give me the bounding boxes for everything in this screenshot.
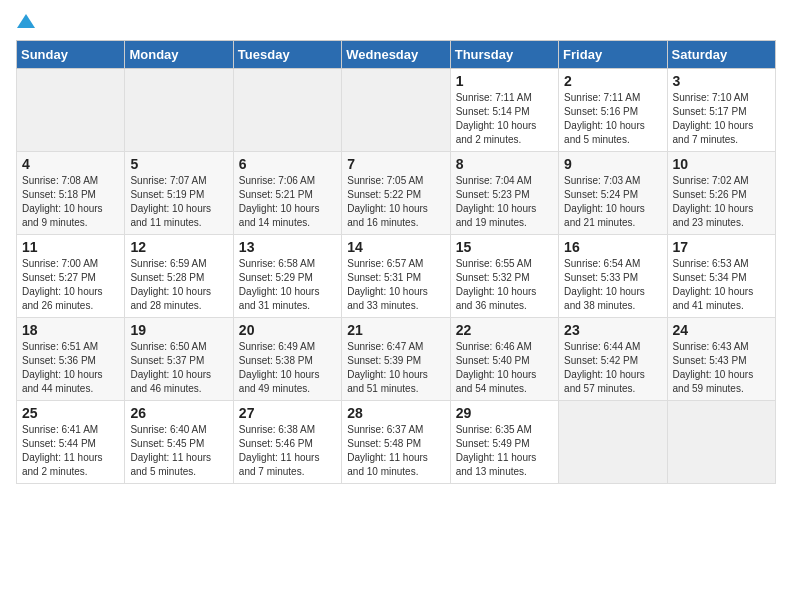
day-number: 29 xyxy=(456,405,553,421)
calendar-cell xyxy=(17,69,125,152)
day-info: Sunrise: 6:47 AM Sunset: 5:39 PM Dayligh… xyxy=(347,340,444,396)
calendar-header-row: SundayMondayTuesdayWednesdayThursdayFrid… xyxy=(17,41,776,69)
day-number: 5 xyxy=(130,156,227,172)
day-info: Sunrise: 6:37 AM Sunset: 5:48 PM Dayligh… xyxy=(347,423,444,479)
page-header xyxy=(16,16,776,30)
calendar-header-wednesday: Wednesday xyxy=(342,41,450,69)
day-info: Sunrise: 6:44 AM Sunset: 5:42 PM Dayligh… xyxy=(564,340,661,396)
day-number: 28 xyxy=(347,405,444,421)
day-number: 7 xyxy=(347,156,444,172)
day-number: 22 xyxy=(456,322,553,338)
day-info: Sunrise: 7:05 AM Sunset: 5:22 PM Dayligh… xyxy=(347,174,444,230)
calendar-cell: 29Sunrise: 6:35 AM Sunset: 5:49 PM Dayli… xyxy=(450,401,558,484)
day-info: Sunrise: 7:02 AM Sunset: 5:26 PM Dayligh… xyxy=(673,174,770,230)
day-number: 25 xyxy=(22,405,119,421)
calendar-cell: 5Sunrise: 7:07 AM Sunset: 5:19 PM Daylig… xyxy=(125,152,233,235)
day-number: 16 xyxy=(564,239,661,255)
day-info: Sunrise: 6:54 AM Sunset: 5:33 PM Dayligh… xyxy=(564,257,661,313)
calendar-week-row: 18Sunrise: 6:51 AM Sunset: 5:36 PM Dayli… xyxy=(17,318,776,401)
calendar-header-monday: Monday xyxy=(125,41,233,69)
calendar-header-thursday: Thursday xyxy=(450,41,558,69)
day-number: 10 xyxy=(673,156,770,172)
day-number: 13 xyxy=(239,239,336,255)
day-number: 26 xyxy=(130,405,227,421)
day-info: Sunrise: 7:11 AM Sunset: 5:16 PM Dayligh… xyxy=(564,91,661,147)
calendar-cell: 6Sunrise: 7:06 AM Sunset: 5:21 PM Daylig… xyxy=(233,152,341,235)
calendar-cell: 10Sunrise: 7:02 AM Sunset: 5:26 PM Dayli… xyxy=(667,152,775,235)
calendar-cell: 14Sunrise: 6:57 AM Sunset: 5:31 PM Dayli… xyxy=(342,235,450,318)
calendar-cell: 12Sunrise: 6:59 AM Sunset: 5:28 PM Dayli… xyxy=(125,235,233,318)
calendar-cell: 19Sunrise: 6:50 AM Sunset: 5:37 PM Dayli… xyxy=(125,318,233,401)
day-number: 23 xyxy=(564,322,661,338)
calendar-cell: 11Sunrise: 7:00 AM Sunset: 5:27 PM Dayli… xyxy=(17,235,125,318)
day-info: Sunrise: 7:08 AM Sunset: 5:18 PM Dayligh… xyxy=(22,174,119,230)
day-number: 24 xyxy=(673,322,770,338)
calendar-cell: 2Sunrise: 7:11 AM Sunset: 5:16 PM Daylig… xyxy=(559,69,667,152)
calendar-cell: 4Sunrise: 7:08 AM Sunset: 5:18 PM Daylig… xyxy=(17,152,125,235)
calendar-cell xyxy=(342,69,450,152)
day-number: 18 xyxy=(22,322,119,338)
day-info: Sunrise: 6:55 AM Sunset: 5:32 PM Dayligh… xyxy=(456,257,553,313)
calendar-header-tuesday: Tuesday xyxy=(233,41,341,69)
calendar-cell: 16Sunrise: 6:54 AM Sunset: 5:33 PM Dayli… xyxy=(559,235,667,318)
day-number: 27 xyxy=(239,405,336,421)
calendar-cell: 24Sunrise: 6:43 AM Sunset: 5:43 PM Dayli… xyxy=(667,318,775,401)
day-info: Sunrise: 7:10 AM Sunset: 5:17 PM Dayligh… xyxy=(673,91,770,147)
calendar-cell: 8Sunrise: 7:04 AM Sunset: 5:23 PM Daylig… xyxy=(450,152,558,235)
calendar-cell: 22Sunrise: 6:46 AM Sunset: 5:40 PM Dayli… xyxy=(450,318,558,401)
day-number: 1 xyxy=(456,73,553,89)
day-number: 9 xyxy=(564,156,661,172)
svg-marker-0 xyxy=(17,14,35,28)
calendar-cell: 17Sunrise: 6:53 AM Sunset: 5:34 PM Dayli… xyxy=(667,235,775,318)
calendar-week-row: 25Sunrise: 6:41 AM Sunset: 5:44 PM Dayli… xyxy=(17,401,776,484)
logo-bird-icon xyxy=(17,12,35,30)
day-info: Sunrise: 6:57 AM Sunset: 5:31 PM Dayligh… xyxy=(347,257,444,313)
day-info: Sunrise: 6:41 AM Sunset: 5:44 PM Dayligh… xyxy=(22,423,119,479)
calendar-cell: 3Sunrise: 7:10 AM Sunset: 5:17 PM Daylig… xyxy=(667,69,775,152)
day-info: Sunrise: 6:53 AM Sunset: 5:34 PM Dayligh… xyxy=(673,257,770,313)
calendar-week-row: 11Sunrise: 7:00 AM Sunset: 5:27 PM Dayli… xyxy=(17,235,776,318)
day-info: Sunrise: 6:59 AM Sunset: 5:28 PM Dayligh… xyxy=(130,257,227,313)
calendar-header-saturday: Saturday xyxy=(667,41,775,69)
day-info: Sunrise: 6:51 AM Sunset: 5:36 PM Dayligh… xyxy=(22,340,119,396)
day-number: 17 xyxy=(673,239,770,255)
day-number: 20 xyxy=(239,322,336,338)
day-number: 2 xyxy=(564,73,661,89)
calendar-cell: 18Sunrise: 6:51 AM Sunset: 5:36 PM Dayli… xyxy=(17,318,125,401)
day-number: 12 xyxy=(130,239,227,255)
calendar-header-friday: Friday xyxy=(559,41,667,69)
day-info: Sunrise: 6:40 AM Sunset: 5:45 PM Dayligh… xyxy=(130,423,227,479)
day-info: Sunrise: 7:07 AM Sunset: 5:19 PM Dayligh… xyxy=(130,174,227,230)
calendar-body: 1Sunrise: 7:11 AM Sunset: 5:14 PM Daylig… xyxy=(17,69,776,484)
calendar-table: SundayMondayTuesdayWednesdayThursdayFrid… xyxy=(16,40,776,484)
calendar-cell xyxy=(233,69,341,152)
calendar-cell xyxy=(667,401,775,484)
day-info: Sunrise: 6:49 AM Sunset: 5:38 PM Dayligh… xyxy=(239,340,336,396)
calendar-cell: 15Sunrise: 6:55 AM Sunset: 5:32 PM Dayli… xyxy=(450,235,558,318)
calendar-week-row: 1Sunrise: 7:11 AM Sunset: 5:14 PM Daylig… xyxy=(17,69,776,152)
day-number: 3 xyxy=(673,73,770,89)
day-number: 11 xyxy=(22,239,119,255)
day-info: Sunrise: 6:35 AM Sunset: 5:49 PM Dayligh… xyxy=(456,423,553,479)
calendar-cell: 26Sunrise: 6:40 AM Sunset: 5:45 PM Dayli… xyxy=(125,401,233,484)
calendar-cell xyxy=(559,401,667,484)
day-info: Sunrise: 7:11 AM Sunset: 5:14 PM Dayligh… xyxy=(456,91,553,147)
day-info: Sunrise: 7:03 AM Sunset: 5:24 PM Dayligh… xyxy=(564,174,661,230)
day-number: 4 xyxy=(22,156,119,172)
calendar-cell: 20Sunrise: 6:49 AM Sunset: 5:38 PM Dayli… xyxy=(233,318,341,401)
day-info: Sunrise: 7:04 AM Sunset: 5:23 PM Dayligh… xyxy=(456,174,553,230)
calendar-week-row: 4Sunrise: 7:08 AM Sunset: 5:18 PM Daylig… xyxy=(17,152,776,235)
calendar-cell: 28Sunrise: 6:37 AM Sunset: 5:48 PM Dayli… xyxy=(342,401,450,484)
calendar-cell: 9Sunrise: 7:03 AM Sunset: 5:24 PM Daylig… xyxy=(559,152,667,235)
calendar-cell: 7Sunrise: 7:05 AM Sunset: 5:22 PM Daylig… xyxy=(342,152,450,235)
day-info: Sunrise: 6:50 AM Sunset: 5:37 PM Dayligh… xyxy=(130,340,227,396)
logo xyxy=(16,16,35,30)
day-info: Sunrise: 7:00 AM Sunset: 5:27 PM Dayligh… xyxy=(22,257,119,313)
calendar-cell: 13Sunrise: 6:58 AM Sunset: 5:29 PM Dayli… xyxy=(233,235,341,318)
day-number: 19 xyxy=(130,322,227,338)
calendar-cell: 21Sunrise: 6:47 AM Sunset: 5:39 PM Dayli… xyxy=(342,318,450,401)
day-info: Sunrise: 6:43 AM Sunset: 5:43 PM Dayligh… xyxy=(673,340,770,396)
calendar-cell: 1Sunrise: 7:11 AM Sunset: 5:14 PM Daylig… xyxy=(450,69,558,152)
day-number: 15 xyxy=(456,239,553,255)
day-number: 8 xyxy=(456,156,553,172)
